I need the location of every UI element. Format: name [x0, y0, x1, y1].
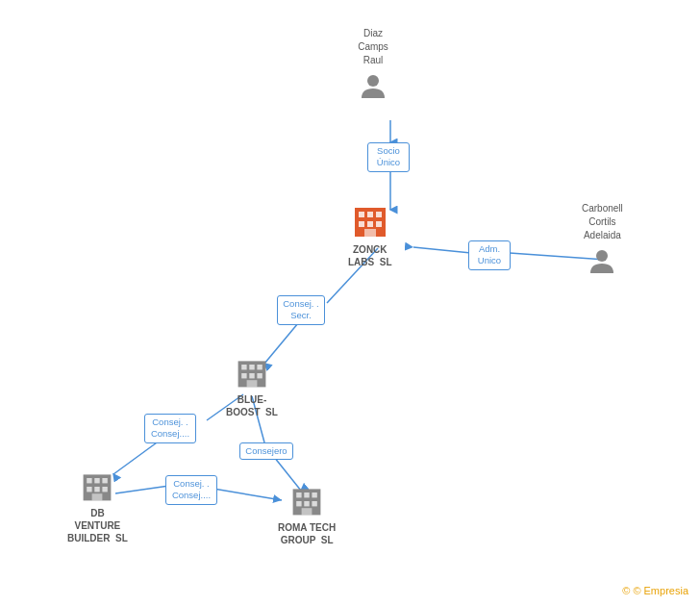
- svg-rect-39: [296, 492, 301, 497]
- romatech-label: ROMA TECHGROUP SL: [278, 521, 336, 546]
- svg-rect-25: [257, 365, 262, 369]
- svg-rect-40: [304, 492, 309, 497]
- watermark-brand: © Empresia: [633, 585, 688, 596]
- blueboost-building-icon: [235, 356, 269, 391]
- svg-rect-31: [88, 478, 92, 483]
- svg-rect-20: [364, 229, 376, 237]
- svg-rect-45: [302, 508, 312, 515]
- watermark-copyright: ©: [622, 585, 630, 596]
- svg-point-21: [596, 250, 608, 262]
- svg-rect-16: [376, 212, 382, 217]
- diaz-node: DiazCampsRaul: [358, 27, 388, 102]
- svg-rect-18: [367, 221, 373, 227]
- svg-rect-33: [103, 478, 108, 483]
- consej-secr-box[interactable]: Consej. .Secr.: [277, 295, 325, 325]
- svg-rect-28: [257, 373, 262, 378]
- svg-rect-37: [92, 493, 103, 500]
- romatech-building-icon: [289, 484, 324, 518]
- svg-rect-15: [367, 212, 373, 217]
- svg-rect-42: [296, 501, 301, 506]
- consejero-box[interactable]: Consejero: [239, 442, 293, 460]
- svg-rect-14: [359, 212, 364, 217]
- svg-rect-43: [304, 501, 309, 506]
- svg-rect-27: [249, 373, 254, 378]
- socio-unico-box[interactable]: SocioÚnico: [367, 142, 410, 172]
- consej-consej2-box[interactable]: Consej. .Consej....: [165, 475, 217, 505]
- carbonell-node: CarbonellCortilsAdelaida: [582, 202, 623, 277]
- svg-rect-36: [103, 487, 108, 492]
- zonck-building-icon: [351, 202, 389, 240]
- diaz-person-icon: [358, 71, 388, 102]
- romatech-node: ROMA TECHGROUP SL: [278, 484, 336, 546]
- svg-point-12: [367, 75, 379, 87]
- svg-line-3: [413, 247, 471, 253]
- svg-rect-24: [249, 365, 254, 369]
- svg-rect-17: [359, 221, 364, 227]
- svg-rect-29: [247, 380, 258, 387]
- svg-rect-41: [312, 492, 316, 497]
- blueboost-node: BLUE-BOOST SL: [226, 356, 278, 418]
- svg-rect-26: [241, 373, 246, 378]
- svg-rect-34: [88, 487, 92, 492]
- watermark: © © Empresia: [622, 585, 688, 596]
- zonck-node: ZONCKLABS SL: [348, 202, 392, 268]
- dbventure-building-icon: [80, 469, 114, 504]
- consej-consej1-box[interactable]: Consej. .Consej....: [144, 414, 196, 443]
- svg-rect-35: [95, 487, 100, 492]
- dbventure-label: DBVENTUREBUILDER SL: [67, 507, 128, 544]
- carbonell-person-icon: [587, 246, 617, 277]
- svg-rect-19: [376, 221, 382, 227]
- carbonell-name: CarbonellCortilsAdelaida: [582, 202, 623, 242]
- diagram: DiazCampsRaul SocioÚnico ZONCKLABS SL Ca…: [0, 0, 700, 606]
- zonck-label: ZONCKLABS SL: [348, 243, 392, 268]
- adm-unico-box[interactable]: Adm.Unico: [468, 240, 511, 270]
- svg-line-10: [208, 488, 282, 500]
- diaz-name: DiazCampsRaul: [358, 27, 388, 67]
- dbventure-node: DBVENTUREBUILDER SL: [67, 469, 128, 544]
- svg-rect-44: [312, 501, 316, 506]
- svg-rect-23: [241, 365, 246, 369]
- blueboost-label: BLUE-BOOST SL: [226, 393, 278, 418]
- svg-rect-32: [95, 478, 100, 483]
